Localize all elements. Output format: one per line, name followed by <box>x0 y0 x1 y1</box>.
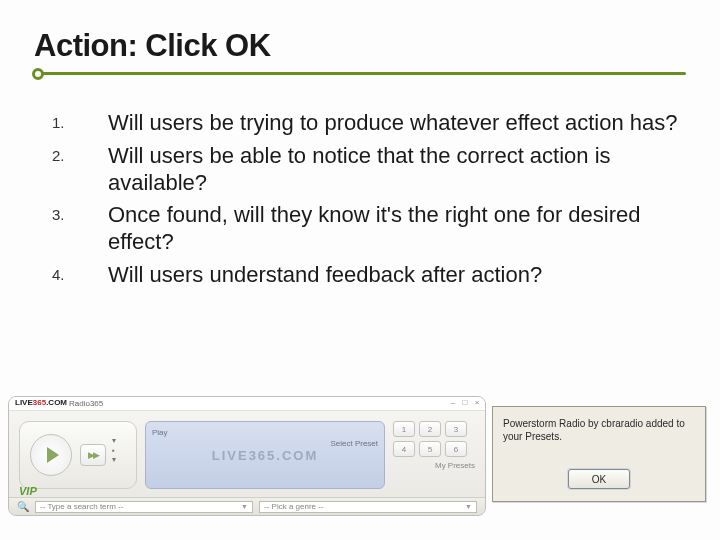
ok-button[interactable]: OK <box>568 469 630 489</box>
display-watermark: LIVE365.COM <box>212 448 319 463</box>
app-label: Radio365 <box>69 399 103 408</box>
my-presets-label[interactable]: My Presets <box>393 461 475 470</box>
player-display: Play LIVE365.COM Select Preset <box>145 421 385 489</box>
list-item: 4. Will users understand feedback after … <box>52 262 686 289</box>
close-icon[interactable]: × <box>473 399 481 407</box>
playback-controls: ▶▶ ▾▪▾ <box>19 421 137 489</box>
preset-button[interactable]: 6 <box>445 441 467 457</box>
item-number: 3. <box>52 202 108 256</box>
question-list: 1. Will users be trying to produce whate… <box>52 110 686 289</box>
list-item: 2. Will users be able to notice that the… <box>52 143 686 197</box>
item-number: 2. <box>52 143 108 197</box>
item-text: Will users be able to notice that the co… <box>108 143 686 197</box>
chevron-down-icon: ▼ <box>241 503 248 510</box>
list-item: 3. Once found, will they know it's the r… <box>52 202 686 256</box>
list-item: 1. Will users be trying to produce whate… <box>52 110 686 137</box>
preset-button[interactable]: 5 <box>419 441 441 457</box>
screenshot-row: LIVE365.COM Radio365 – □ × ▶▶ ▾▪▾ Play L… <box>8 396 712 516</box>
preset-grid: 1 2 3 4 5 6 My Presets <box>393 421 475 470</box>
item-text: Once found, will they know it's the righ… <box>108 202 686 256</box>
item-number: 4. <box>52 262 108 289</box>
select-preset-label: Select Preset <box>330 440 378 449</box>
slide-title: Action: Click OK <box>34 28 686 64</box>
preset-button[interactable]: 4 <box>393 441 415 457</box>
confirmation-dialog: Powerstorm Radio by cbraradio added to y… <box>492 406 706 502</box>
play-button[interactable] <box>30 434 72 476</box>
genre-select[interactable]: -- Pick a genre --▼ <box>259 501 477 513</box>
forward-icon: ▶▶ <box>88 450 98 460</box>
search-icon[interactable]: 🔍 <box>17 501 29 512</box>
preset-button[interactable]: 2 <box>419 421 441 437</box>
preset-button[interactable]: 1 <box>393 421 415 437</box>
next-button[interactable]: ▶▶ <box>80 444 106 466</box>
player-titlebar: LIVE365.COM Radio365 – □ × <box>9 397 485 411</box>
play-icon <box>47 447 59 463</box>
title-area: Action: Click OK <box>34 28 686 82</box>
radio-player-window: LIVE365.COM Radio365 – □ × ▶▶ ▾▪▾ Play L… <box>8 396 486 516</box>
player-bottom-bar: 🔍 -- Type a search term --▼ -- Pick a ge… <box>9 497 485 515</box>
minimize-icon[interactable]: – <box>449 399 457 407</box>
item-text: Will users be trying to produce whatever… <box>108 110 686 137</box>
chevron-down-icon: ▼ <box>465 503 472 510</box>
vip-badge: VIP <box>19 485 37 497</box>
item-text: Will users understand feedback after act… <box>108 262 686 289</box>
preset-button[interactable]: 3 <box>445 421 467 437</box>
item-number: 1. <box>52 110 108 137</box>
play-label: Play <box>152 428 168 437</box>
brand-logo: LIVE365.COM <box>15 398 67 407</box>
title-underline <box>34 68 686 82</box>
volume-icon: ▾▪▾ <box>112 436 116 465</box>
maximize-icon[interactable]: □ <box>461 399 469 407</box>
search-input[interactable]: -- Type a search term --▼ <box>35 501 253 513</box>
dialog-message: Powerstorm Radio by cbraradio added to y… <box>503 417 695 443</box>
